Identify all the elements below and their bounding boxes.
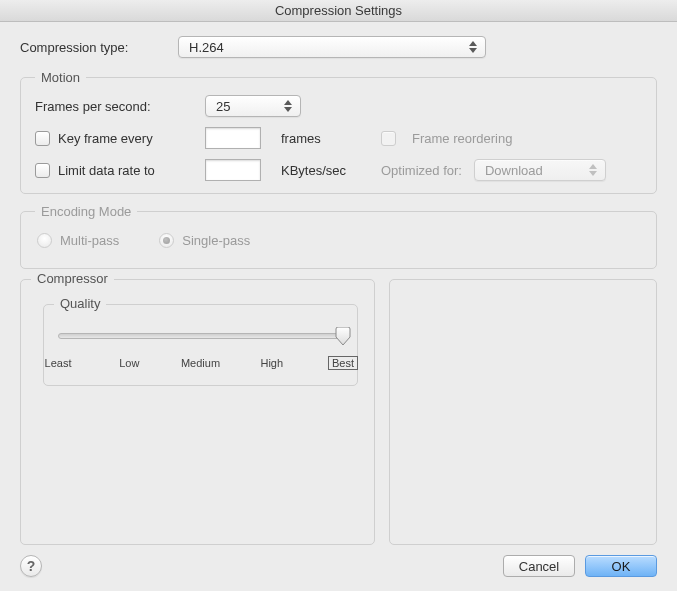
motion-group: Motion Frames per second: 25: [20, 70, 657, 194]
limit-checkbox[interactable]: [35, 163, 50, 178]
optimized-value: Download: [485, 163, 543, 178]
compression-settings-window: Compression Settings Compression type: H…: [0, 0, 677, 591]
help-button[interactable]: ?: [20, 555, 42, 577]
optimized-select: Download: [474, 159, 606, 181]
multipass-option: Multi-pass: [37, 233, 119, 248]
cancel-button[interactable]: Cancel: [503, 555, 575, 577]
compressor-panel: Compressor Quality: [20, 279, 375, 545]
updown-arrows-icon: [465, 37, 481, 57]
updown-arrows-icon: [280, 96, 296, 116]
fps-label: Frames per second:: [35, 99, 151, 114]
multipass-label: Multi-pass: [60, 233, 119, 248]
quality-tick-best: Best: [329, 357, 357, 369]
fps-value: 25: [216, 99, 230, 114]
updown-arrows-icon: [585, 160, 601, 180]
optimized-label: Optimized for:: [381, 163, 462, 178]
svg-marker-2: [284, 100, 292, 105]
singlepass-option: Single-pass: [159, 233, 250, 248]
limit-unit: KBytes/sec: [281, 163, 346, 178]
help-icon: ?: [27, 558, 36, 574]
svg-marker-3: [284, 107, 292, 112]
ok-button[interactable]: OK: [585, 555, 657, 577]
content-area: Compression type: H.264 Motion Frames pe…: [0, 22, 677, 591]
encoding-mode-group: Encoding Mode Multi-pass Single-pass: [20, 204, 657, 269]
compression-type-row: Compression type: H.264: [20, 36, 657, 58]
encoding-mode-legend: Encoding Mode: [35, 204, 137, 219]
singlepass-label: Single-pass: [182, 233, 250, 248]
singlepass-radio: [159, 233, 174, 248]
multipass-radio: [37, 233, 52, 248]
svg-marker-5: [589, 171, 597, 176]
quality-tick-medium: Medium: [181, 357, 220, 369]
lower-panels: Compressor Quality: [20, 279, 657, 545]
quality-tick-least: Least: [45, 357, 72, 369]
quality-legend: Quality: [54, 296, 106, 311]
slider-tick-labels: LeastLowMediumHighBest: [58, 357, 343, 375]
compressor-legend: Compressor: [31, 271, 114, 286]
slider-thumb-icon[interactable]: [335, 327, 351, 345]
preview-panel: [389, 279, 657, 545]
motion-legend: Motion: [35, 70, 86, 85]
compression-type-label: Compression type:: [20, 40, 178, 55]
quality-tick-low: Low: [119, 357, 139, 369]
slider-track: [58, 333, 343, 339]
compression-type-value: H.264: [189, 40, 224, 55]
svg-marker-4: [589, 164, 597, 169]
footer: ? Cancel OK: [0, 545, 677, 591]
window-title: Compression Settings: [0, 0, 677, 22]
frame-reordering-label: Frame reordering: [412, 131, 512, 146]
quality-group: Quality: [43, 304, 358, 386]
svg-marker-0: [469, 41, 477, 46]
ok-button-label: OK: [612, 559, 631, 574]
quality-tick-high: High: [260, 357, 283, 369]
frame-reordering-checkbox: [381, 131, 396, 146]
quality-slider[interactable]: [58, 325, 343, 355]
cancel-button-label: Cancel: [519, 559, 559, 574]
keyframe-unit: frames: [281, 131, 321, 146]
fps-select[interactable]: 25: [205, 95, 301, 117]
keyframe-checkbox[interactable]: [35, 131, 50, 146]
limit-input[interactable]: [205, 159, 261, 181]
keyframe-label: Key frame every: [58, 131, 153, 146]
svg-marker-1: [469, 48, 477, 53]
keyframe-input[interactable]: [205, 127, 261, 149]
limit-label: Limit data rate to: [58, 163, 155, 178]
compression-type-select[interactable]: H.264: [178, 36, 486, 58]
